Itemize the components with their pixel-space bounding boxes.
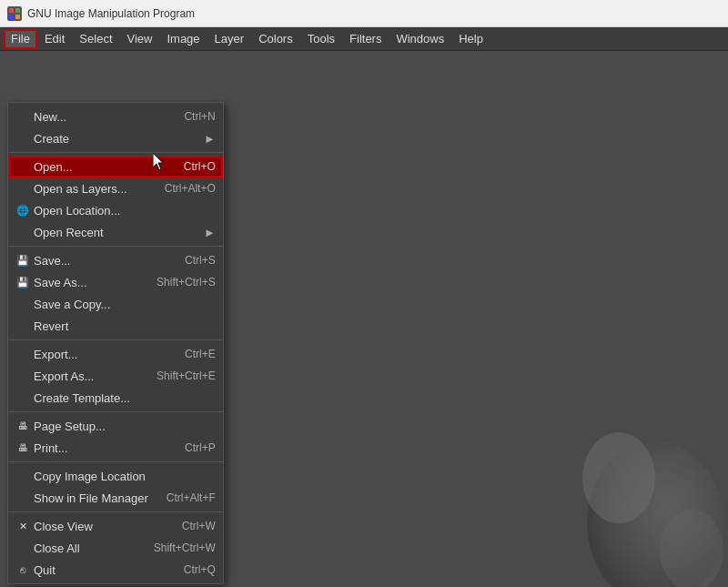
menu-bar: File Edit Select View Image Layer Colors… (0, 27, 728, 51)
open-layers-icon (15, 181, 30, 196)
menu-item-save-as[interactable]: 💾 Save As... Shift+Ctrl+S (8, 271, 223, 293)
menu-item-create-template[interactable]: Create Template... (8, 387, 223, 409)
menu-item-print[interactable]: 🖶 Print... Ctrl+P (8, 437, 223, 459)
menu-group-print: 🖶 Page Setup... 🖶 Print... Ctrl+P (8, 412, 223, 462)
menu-group-clipboard: Copy Image Location Show in File Manager… (8, 462, 223, 512)
menu-group-open: Open... Ctrl+O Open as Layers... Ctrl+Al… (8, 153, 223, 247)
menu-item-close-view[interactable]: ✕ Close View Ctrl+W (8, 515, 223, 537)
menu-group-export: Export... Ctrl+E Export As... Shift+Ctrl… (8, 340, 223, 412)
menu-item-layer[interactable]: Layer (207, 29, 252, 49)
menu-item-copy-image-location[interactable]: Copy Image Location (8, 465, 223, 487)
menu-item-save[interactable]: 💾 Save... Ctrl+S (8, 249, 223, 271)
menu-item-create[interactable]: Create ► (8, 127, 223, 149)
close-view-icon: ✕ (15, 519, 30, 533)
menu-item-open-recent[interactable]: Open Recent ► (8, 221, 223, 243)
menu-item-revert[interactable]: Revert (8, 315, 223, 337)
menu-item-view[interactable]: View (120, 29, 160, 49)
menu-item-edit[interactable]: Edit (37, 29, 72, 49)
page-setup-icon: 🖶 (15, 419, 30, 433)
app-title: GNU Image Manipulation Program (27, 7, 195, 20)
svg-rect-2 (15, 8, 20, 13)
svg-rect-3 (9, 15, 14, 19)
quit-icon: ⎋ (15, 562, 30, 577)
app-icon (7, 6, 22, 21)
save-as-icon: 💾 (15, 275, 30, 289)
svg-rect-1 (9, 8, 14, 13)
title-bar: GNU Image Manipulation Program (0, 0, 728, 27)
globe-icon: 🌐 (15, 203, 30, 218)
menu-item-open-location[interactable]: 🌐 Open Location... (8, 199, 223, 221)
menu-item-help[interactable]: Help (451, 29, 490, 49)
file-dropdown-menu: New... Ctrl+N Create ► Open... Ctrl+O Op… (7, 102, 224, 584)
save-icon: 💾 (15, 253, 30, 268)
svg-point-6 (582, 432, 655, 523)
menu-item-page-setup[interactable]: 🖶 Page Setup... (8, 415, 223, 437)
menu-item-close-all[interactable]: Close All Shift+Ctrl+W (8, 537, 223, 559)
menu-item-new[interactable]: New... Ctrl+N (8, 106, 223, 127)
menu-item-show-in-file-manager[interactable]: Show in File Manager Ctrl+Alt+F (8, 487, 223, 509)
menu-item-filters[interactable]: Filters (342, 29, 389, 49)
menu-item-image[interactable]: Image (159, 29, 207, 49)
menu-item-windows[interactable]: Windows (389, 29, 451, 49)
corner-decoration (564, 405, 728, 587)
menu-group-new: New... Ctrl+N Create ► (8, 103, 223, 153)
menu-item-tools[interactable]: Tools (300, 29, 342, 49)
menu-group-close: ✕ Close View Ctrl+W Close All Shift+Ctrl… (8, 512, 223, 583)
menu-item-export-as[interactable]: Export As... Shift+Ctrl+E (8, 365, 223, 387)
menu-group-save: 💾 Save... Ctrl+S 💾 Save As... Shift+Ctrl… (8, 247, 223, 340)
menu-item-open[interactable]: Open... Ctrl+O (8, 156, 223, 177)
svg-rect-4 (15, 15, 20, 19)
menu-item-file[interactable]: File (4, 29, 37, 49)
menu-item-quit[interactable]: ⎋ Quit Ctrl+Q (8, 559, 223, 581)
menu-item-select[interactable]: Select (72, 29, 119, 49)
menu-item-colors[interactable]: Colors (251, 29, 300, 49)
print-icon: 🖶 (15, 440, 30, 455)
menu-item-save-copy[interactable]: Save a Copy... (8, 293, 223, 315)
menu-item-export[interactable]: Export... Ctrl+E (8, 343, 223, 365)
main-area: New... Ctrl+N Create ► Open... Ctrl+O Op… (0, 51, 728, 587)
menu-item-open-as-layers[interactable]: Open as Layers... Ctrl+Alt+O (8, 177, 223, 199)
